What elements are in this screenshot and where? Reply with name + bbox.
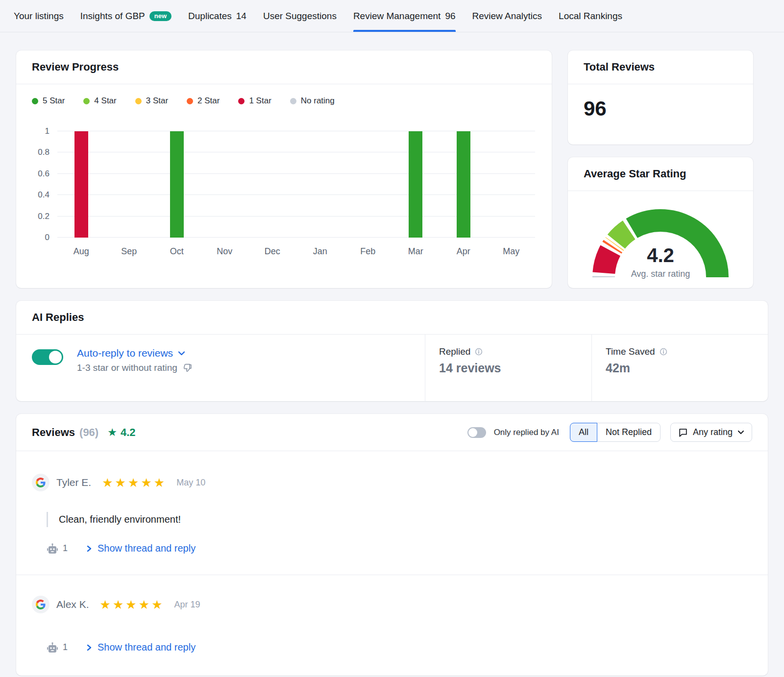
ai-robot-icon [47, 642, 58, 653]
tab-your-listings[interactable]: Your listings [14, 0, 64, 32]
total-reviews-value: 96 [568, 84, 753, 133]
review-header-row: Tyler E.★★★★★May 10 [32, 474, 752, 491]
tab-label: Review Management [353, 11, 441, 22]
show-thread-link[interactable]: Show thread and reply [86, 543, 196, 554]
time-saved-value: 42m [606, 361, 768, 375]
show-thread-link[interactable]: Show thread and reply [86, 642, 196, 653]
ai-reply-count: 1 [47, 642, 68, 653]
review-progress-chart: 00.20.40.60.81 AugSepOctNovDecJanFebMarA… [16, 131, 552, 257]
legend-label: No rating [301, 96, 335, 106]
review-header-row: Alex K.★★★★★Apr 19 [32, 596, 752, 613]
filter-not-replied-button[interactable]: Not Replied [597, 423, 661, 442]
review-date: Apr 19 [174, 600, 200, 610]
bar-apr-5-star [457, 131, 470, 238]
y-tick-label: 0.6 [38, 169, 49, 179]
auto-reply-subtitle: 1-3 star or without rating [77, 363, 177, 373]
bar-mar-5-star [409, 131, 422, 238]
tab-label: Duplicates [188, 11, 232, 22]
y-tick-label: 0.2 [38, 212, 49, 221]
rating-filter-dropdown[interactable]: Any rating [670, 423, 752, 442]
green-star-icon: ★ [107, 426, 117, 439]
reviews-title: Reviews [32, 426, 75, 439]
reviews-card: Reviews (96) ★ 4.2 Only replied by AI Al… [16, 414, 768, 676]
tab-user-suggestions[interactable]: User Suggestions [263, 0, 337, 32]
review-item: Tyler E.★★★★★May 10Clean, friendly envir… [16, 451, 768, 575]
gauge-caption: Avg. star rating [587, 269, 734, 279]
reviews-avg-rating: 4.2 [121, 426, 136, 439]
reviewer-name: Alex K. [56, 599, 89, 610]
legend-dot [32, 98, 38, 104]
review-progress-card: Review Progress 5 Star4 Star3 Star2 Star… [16, 50, 552, 288]
chart-legend: 5 Star4 Star3 Star2 Star1 StarNo rating [16, 84, 552, 106]
tab-insights-of-gbp[interactable]: Insights of GBPnew [80, 0, 172, 32]
legend-item-3-star: 3 Star [135, 96, 168, 106]
info-icon[interactable] [660, 348, 667, 356]
x-tick-label: Mar [392, 246, 440, 257]
review-footer: 1Show thread and reply [47, 642, 752, 653]
star-rating: ★★★★★ [100, 598, 165, 612]
new-badge: new [149, 11, 172, 21]
ai-reply-count-value: 1 [63, 642, 68, 653]
thumbs-down-icon[interactable] [182, 363, 193, 373]
average-star-rating-card: Average Star Rating 4.2 Avg. star rating [568, 157, 753, 288]
x-tick-label: Jan [296, 246, 344, 257]
gauge-value: 4.2 [587, 244, 734, 266]
only-replied-by-ai-label: Only replied by AI [494, 428, 559, 437]
ai-replies-title: AI Replies [16, 301, 768, 335]
chevron-right-icon [86, 644, 92, 652]
auto-reply-label: Auto-reply to reviews [77, 347, 173, 359]
review-item: Alex K.★★★★★Apr 191Show thread and reply [16, 575, 768, 674]
bar-oct-5-star [170, 131, 184, 238]
review-progress-title: Review Progress [16, 50, 552, 84]
tab-count: 14 [236, 11, 246, 22]
replied-label: Replied [439, 346, 470, 357]
tab-label: Your listings [14, 11, 64, 22]
star-rating-gauge: 4.2 Avg. star rating [587, 203, 734, 282]
tab-duplicates[interactable]: Duplicates14 [188, 0, 246, 32]
total-reviews-title: Total Reviews [568, 50, 753, 84]
legend-item-1-star: 1 Star [238, 96, 271, 106]
auto-reply-toggle[interactable] [32, 349, 63, 365]
x-tick-label: Apr [440, 246, 488, 257]
tab-review-management[interactable]: Review Management96 [353, 0, 456, 32]
reviews-list: Tyler E.★★★★★May 10Clean, friendly envir… [16, 451, 768, 674]
rating-filter-label: Any rating [693, 427, 733, 437]
x-tick-label: Feb [344, 246, 392, 257]
chart-x-labels: AugSepOctNovDecJanFebMarAprMay [57, 246, 535, 257]
y-tick-label: 0 [45, 233, 49, 242]
y-tick-label: 1 [45, 126, 49, 136]
x-tick-label: Sep [105, 246, 153, 257]
legend-label: 1 Star [249, 96, 271, 106]
x-tick-label: May [488, 246, 536, 257]
chevron-down-icon [737, 430, 744, 435]
main-content: Review Progress 5 Star4 Star3 Star2 Star… [0, 32, 784, 676]
average-star-rating-title: Average Star Rating [568, 157, 753, 191]
review-footer: 1Show thread and reply [47, 543, 752, 554]
chevron-down-icon [178, 351, 185, 356]
auto-reply-dropdown[interactable]: Auto-reply to reviews [77, 347, 193, 359]
info-icon[interactable] [475, 348, 483, 356]
x-tick-label: Nov [201, 246, 249, 257]
chart-y-axis: 00.20.40.60.81 [32, 131, 57, 238]
tab-label: User Suggestions [263, 11, 337, 22]
tab-review-analytics[interactable]: Review Analytics [472, 0, 542, 32]
x-tick-label: Oct [153, 246, 201, 257]
speech-bubble-icon [678, 428, 688, 437]
chart-plot-area [57, 131, 535, 238]
reviewer-name: Tyler E. [56, 477, 91, 488]
tab-local-rankings[interactable]: Local Rankings [559, 0, 622, 32]
legend-label: 2 Star [197, 96, 220, 106]
filter-all-button[interactable]: All [570, 423, 597, 442]
review-date: May 10 [176, 478, 205, 488]
legend-label: 4 Star [94, 96, 116, 106]
total-reviews-card: Total Reviews 96 [568, 50, 753, 145]
review-text: Clean, friendly environment! [47, 512, 752, 527]
ai-robot-icon [47, 543, 58, 554]
tab-count: 96 [445, 11, 455, 22]
only-replied-by-ai-toggle[interactable] [467, 427, 486, 438]
show-thread-label: Show thread and reply [98, 543, 196, 554]
tab-label: Local Rankings [559, 11, 622, 22]
legend-dot [135, 98, 142, 104]
y-tick-label: 0.4 [38, 190, 49, 200]
ai-reply-count: 1 [47, 543, 68, 554]
